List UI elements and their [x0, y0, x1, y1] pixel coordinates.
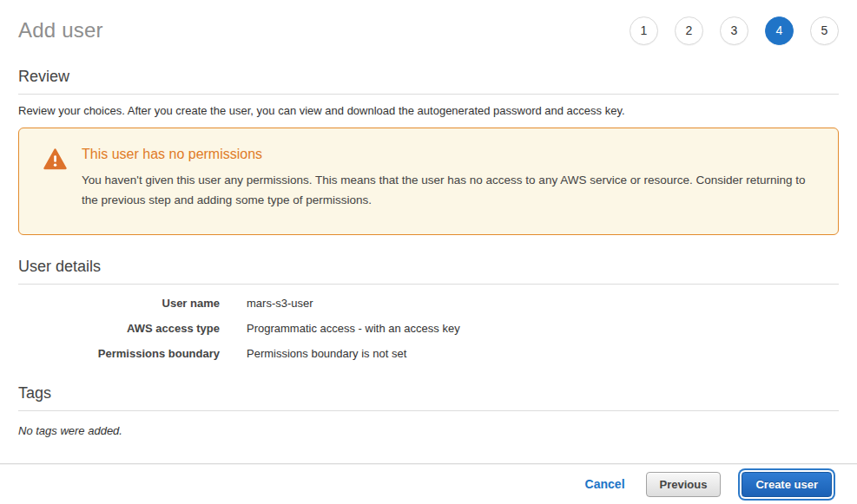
wizard-footer: Cancel Previous Create user	[0, 463, 857, 504]
detail-label: Permissions boundary	[18, 347, 220, 360]
user-details-rows: User name mars-s3-user AWS access type P…	[18, 297, 839, 360]
cancel-link[interactable]: Cancel	[585, 477, 625, 491]
detail-value: Permissions boundary is not set	[247, 347, 406, 360]
detail-row-permissions-boundary: Permissions boundary Permissions boundar…	[18, 347, 839, 360]
tags-section: Tags No tags were added.	[18, 384, 839, 437]
detail-value: Programmatic access - with an access key	[247, 322, 460, 335]
warning-body: You haven't given this user any permissi…	[82, 170, 812, 210]
detail-value: mars-s3-user	[247, 297, 313, 310]
review-description: Review your choices. After you create th…	[18, 104, 839, 117]
wizard-step-3: 3	[720, 16, 748, 45]
wizard-step-2: 2	[675, 16, 703, 45]
wizard-step-5: 5	[810, 16, 839, 45]
detail-row-user-name: User name mars-s3-user	[18, 297, 839, 310]
warning-title: This user has no permissions	[82, 147, 812, 162]
tags-heading: Tags	[18, 384, 839, 411]
detail-row-access-type: AWS access type Programmatic access - wi…	[18, 322, 839, 335]
wizard-step-indicator: 1 2 3 4 5	[630, 16, 839, 45]
detail-label: AWS access type	[18, 322, 220, 335]
wizard-step-4-current: 4	[765, 16, 794, 45]
page-header: Add user 1 2 3 4 5	[0, 0, 857, 49]
review-heading: Review	[18, 68, 839, 95]
page-title: Add user	[18, 18, 103, 43]
user-details-heading: User details	[18, 258, 839, 285]
review-section: Review Review your choices. After you cr…	[18, 68, 839, 117]
tags-empty-text: No tags were added.	[18, 424, 839, 437]
user-details-section: User details User name mars-s3-user AWS …	[18, 258, 839, 360]
create-user-button[interactable]: Create user	[742, 472, 832, 497]
warning-content: This user has no permissions You haven't…	[82, 147, 812, 219]
detail-label: User name	[18, 297, 220, 310]
wizard-step-1: 1	[630, 16, 658, 45]
no-permissions-warning-banner: This user has no permissions You haven't…	[18, 128, 839, 235]
previous-button[interactable]: Previous	[646, 472, 722, 497]
warning-triangle-icon	[43, 147, 82, 219]
